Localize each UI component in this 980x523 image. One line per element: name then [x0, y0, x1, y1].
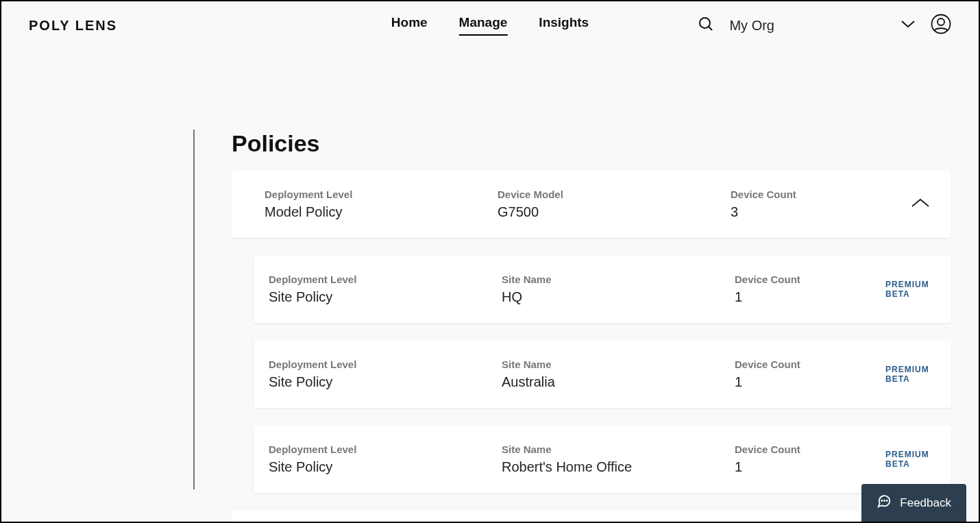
svg-point-6 — [887, 500, 887, 501]
field-deployment-level: Deployment Level Site Policy — [269, 273, 502, 305]
nav-insights[interactable]: Insights — [539, 15, 589, 36]
row-badge: PREMIUM BETA — [885, 450, 931, 469]
value-deployment-level: Model Policy — [265, 204, 498, 220]
svg-point-4 — [882, 500, 883, 501]
value-site-name: HQ — [502, 289, 735, 305]
chevron-up-icon — [910, 197, 931, 212]
premium-beta-badge: PREMIUM BETA — [885, 365, 931, 384]
field-deployment-level: Deployment Level Site Policy — [269, 443, 502, 475]
label-device-count: Device Count — [735, 358, 885, 370]
svg-point-3 — [938, 19, 944, 25]
premium-beta-badge: PREMIUM BETA — [885, 280, 931, 299]
label-deployment-level: Deployment Level — [265, 188, 498, 200]
value-deployment-level: Site Policy — [269, 459, 502, 475]
main-content: Policies Deployment Level Model Policy D… — [1, 49, 979, 523]
policy-row-child[interactable]: Deployment Level Site Policy Site Name A… — [254, 341, 951, 408]
field-device-count: Device Count 1 — [735, 443, 885, 475]
label-site-name: Site Name — [502, 273, 735, 285]
field-site-name: Site Name HQ — [502, 273, 735, 305]
app-logo: POLY LENS — [29, 18, 117, 34]
svg-point-5 — [884, 500, 885, 501]
row-badge: PREMIUM BETA — [885, 365, 931, 384]
label-device-count: Device Count — [735, 273, 885, 285]
field-deployment-level: Deployment Level Model Policy — [265, 188, 498, 220]
svg-point-0 — [700, 18, 710, 28]
chevron-down-icon[interactable] — [901, 19, 916, 32]
header-right: My Org — [698, 14, 951, 37]
label-site-name: Site Name — [502, 358, 735, 370]
label-device-model: Device Model — [498, 188, 731, 200]
row-badge: PREMIUM BETA — [885, 280, 931, 299]
policy-row-partial[interactable] — [232, 511, 951, 523]
field-site-name: Site Name Australia — [502, 358, 735, 390]
value-deployment-level: Site Policy — [269, 374, 502, 390]
field-device-model: Device Model G7500 — [498, 188, 731, 220]
policy-row-parent[interactable]: Deployment Level Model Policy Device Mod… — [232, 171, 951, 238]
value-site-name: Robert's Home Office — [502, 459, 735, 475]
org-label: My Org — [729, 18, 774, 34]
feedback-button[interactable]: Feedback — [861, 484, 966, 522]
nav-manage[interactable]: Manage — [459, 15, 508, 36]
value-device-model: G7500 — [498, 204, 731, 220]
value-device-count: 1 — [735, 459, 885, 475]
label-deployment-level: Deployment Level — [269, 273, 502, 285]
app-header: POLY LENS Home Manage Insights My Org — [1, 1, 979, 49]
field-device-count: Device Count 1 — [735, 273, 885, 305]
feedback-label: Feedback — [900, 496, 951, 510]
row-toggle[interactable] — [910, 197, 931, 212]
label-site-name: Site Name — [502, 443, 735, 455]
value-deployment-level: Site Policy — [269, 289, 502, 305]
label-device-count: Device Count — [735, 443, 885, 455]
value-device-count: 1 — [735, 289, 885, 305]
chat-icon — [877, 494, 892, 512]
label-deployment-level: Deployment Level — [269, 358, 502, 370]
field-site-name: Site Name Robert's Home Office — [502, 443, 735, 475]
policy-row-child[interactable]: Deployment Level Site Policy Site Name H… — [254, 256, 951, 323]
policy-row-child[interactable]: Deployment Level Site Policy Site Name R… — [254, 426, 951, 493]
label-device-count: Device Count — [731, 188, 881, 200]
nav-home[interactable]: Home — [391, 15, 428, 36]
field-device-count: Device Count 3 — [731, 188, 881, 220]
field-deployment-level: Deployment Level Site Policy — [269, 358, 502, 390]
value-device-count: 1 — [735, 374, 885, 390]
avatar-icon[interactable] — [931, 14, 951, 37]
label-deployment-level: Deployment Level — [269, 443, 502, 455]
value-device-count: 3 — [731, 204, 881, 220]
main-nav: Home Manage Insights — [391, 15, 589, 36]
value-site-name: Australia — [502, 374, 735, 390]
premium-beta-badge: PREMIUM BETA — [885, 450, 931, 469]
divider-vertical — [193, 130, 195, 489]
search-icon[interactable] — [698, 16, 714, 35]
field-device-count: Device Count 1 — [735, 358, 885, 390]
svg-line-1 — [709, 27, 712, 30]
page-title: Policies — [232, 130, 965, 157]
